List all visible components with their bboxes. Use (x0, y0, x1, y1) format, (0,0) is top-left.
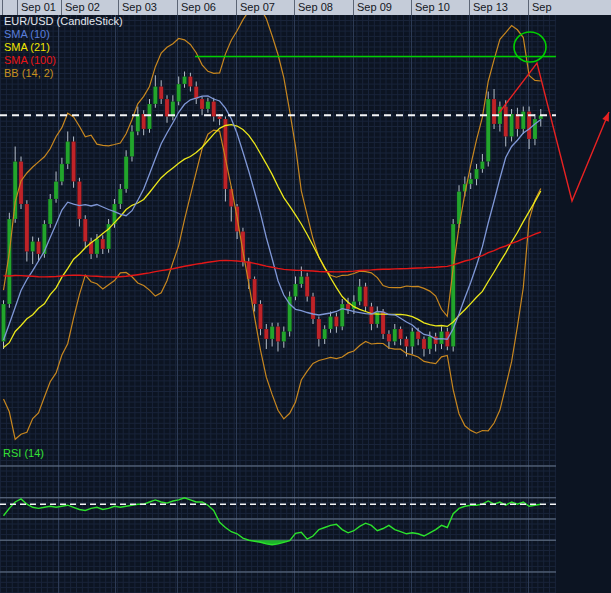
candle-up (31, 242, 35, 252)
candle-down (188, 77, 192, 87)
candle-up (299, 277, 303, 285)
current-price-value: 1.2873 (557, 108, 611, 122)
candle-down (36, 242, 40, 255)
panel-splitter[interactable] (0, 444, 611, 449)
rsi-axis-label: 50.00 (557, 512, 611, 526)
candle-up (60, 164, 64, 182)
sma21-line (4, 125, 541, 348)
candle-down (235, 207, 239, 232)
date-axis-tick (411, 0, 412, 15)
candle-up (323, 329, 327, 339)
candle-down (264, 329, 268, 339)
candle-down (434, 337, 438, 345)
candle-up (171, 102, 175, 117)
candle-down (492, 99, 496, 124)
candle-up (182, 77, 186, 85)
candle-up (1, 304, 5, 342)
legend-symbol-title: EUR/USD (CandleStick) (4, 15, 123, 28)
candle-up (7, 219, 11, 304)
date-axis-label: Sep 01 (21, 1, 56, 13)
date-axis-label: Sep (532, 1, 552, 13)
price-axis-label: 1.2750 (557, 262, 611, 276)
candle-down (369, 307, 373, 325)
current-rsi-cell: 63.88 (557, 496, 611, 512)
candle-down (404, 339, 408, 347)
date-axis-tick (61, 0, 62, 15)
candle-down (334, 317, 338, 327)
rsi-indicator-label: RSI (14) (3, 447, 44, 459)
candle-up (539, 115, 543, 119)
candle-up (136, 114, 140, 132)
candle-down (71, 142, 75, 182)
candle-up (393, 329, 397, 342)
bollinger-lower-line (4, 130, 541, 439)
candle-down (416, 332, 420, 340)
candle-up (54, 182, 58, 200)
candle-down (381, 312, 385, 335)
candle-down (445, 332, 449, 347)
candle-down (515, 114, 519, 129)
candle-down (363, 287, 367, 307)
candle-up (375, 312, 379, 325)
candle-up (147, 104, 151, 129)
rsi-axis-label: 0.00 (557, 565, 611, 579)
current-rsi-value: 63.88 (557, 497, 611, 511)
candle-up (358, 287, 362, 302)
candle-down (223, 119, 227, 189)
current-price-cell: 1.2873 (557, 107, 611, 123)
price-axis-label: 1.2650 (557, 387, 611, 401)
chart-layers (0, 6, 556, 593)
candle-down (19, 162, 23, 205)
date-axis-label: Sep 10 (415, 1, 450, 13)
candle-up (153, 87, 157, 105)
date-axis-label: Sep 13 (473, 1, 508, 13)
date-axis-tick (2, 0, 3, 15)
date-axis-label: Sep 07 (240, 1, 275, 13)
candle-up (439, 332, 443, 345)
candle-up (352, 302, 356, 310)
candle-up (107, 224, 111, 249)
candle-up (469, 179, 473, 184)
candle-up (486, 99, 490, 162)
candle-up (457, 192, 461, 225)
grid-minor (0, 15, 556, 593)
price-axis-label: 1.2850 (557, 137, 611, 151)
candle-down (217, 117, 221, 120)
rsi-line (4, 498, 541, 545)
rsi-gridlines (0, 466, 556, 572)
candle-up (521, 112, 525, 130)
candle-down (504, 107, 508, 137)
candle-up (13, 162, 17, 220)
candle-down (527, 112, 531, 140)
price-axis-label: 1.2900 (557, 75, 611, 89)
date-axis[interactable]: Sep 01Sep 02Sep 03Sep 06Sep 07Sep 08Sep … (0, 0, 611, 16)
candle-up (206, 102, 210, 110)
rsi-axis-label: 100.00 (557, 459, 611, 473)
legend-item: SMA (21) (4, 41, 123, 54)
candle-down (159, 87, 163, 100)
candle-down (25, 204, 29, 252)
candle-down (247, 262, 251, 280)
candle-up (463, 184, 467, 192)
candle-up (130, 132, 134, 157)
date-axis-label: Sep 06 (181, 1, 216, 13)
candle-up (293, 284, 297, 297)
highlight-circle (514, 32, 546, 62)
candle-up (270, 327, 274, 340)
candle-down (165, 99, 169, 117)
candle-up (288, 297, 292, 332)
candle-up (95, 239, 99, 254)
price-axis-label: 1.2700 (557, 325, 611, 339)
date-axis-tick (294, 0, 295, 15)
candle-down (229, 189, 233, 207)
chart-plot-area[interactable] (0, 0, 611, 593)
candle-up (509, 114, 513, 137)
price-axis[interactable]: 1.29501.29001.28501.28001.27501.27001.26… (556, 15, 611, 593)
candle-up (474, 169, 478, 179)
sma100-line (4, 232, 541, 277)
legend-item: BB (14, 2) (4, 67, 123, 80)
candle-down (83, 219, 87, 242)
candle-up (340, 304, 344, 327)
candle-up (42, 224, 46, 254)
candle-up (66, 142, 70, 165)
